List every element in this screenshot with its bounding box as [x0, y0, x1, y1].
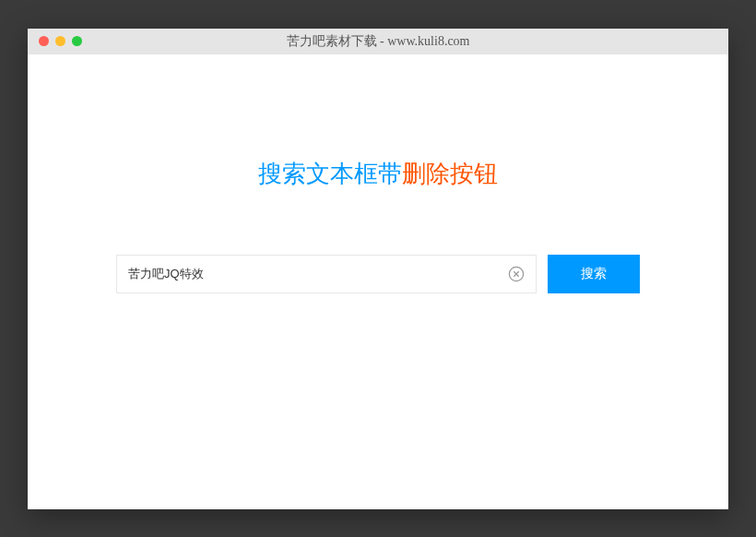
maximize-window-button[interactable] — [72, 36, 82, 46]
heading-part-blue: 搜索文本框带 — [258, 160, 402, 187]
page-heading: 搜索文本框带删除按钮 — [28, 158, 728, 190]
search-input[interactable] — [128, 267, 508, 280]
heading-part-orange: 删除按钮 — [402, 160, 498, 187]
minimize-window-button[interactable] — [55, 36, 65, 46]
window-title: 苦力吧素材下载 - www.kuli8.com — [28, 33, 728, 50]
titlebar: 苦力吧素材下载 - www.kuli8.com — [28, 29, 728, 54]
clear-input-button[interactable] — [508, 266, 525, 282]
window-controls — [39, 36, 82, 46]
page-content: 搜索文本框带删除按钮 搜索 — [28, 54, 728, 509]
search-button[interactable]: 搜索 — [548, 255, 640, 293]
search-box — [116, 255, 537, 293]
close-circle-icon — [508, 266, 525, 282]
browser-window: 苦力吧素材下载 - www.kuli8.com 搜索文本框带删除按钮 搜索 — [28, 29, 728, 509]
search-row: 搜索 — [28, 255, 728, 293]
close-window-button[interactable] — [39, 36, 49, 46]
